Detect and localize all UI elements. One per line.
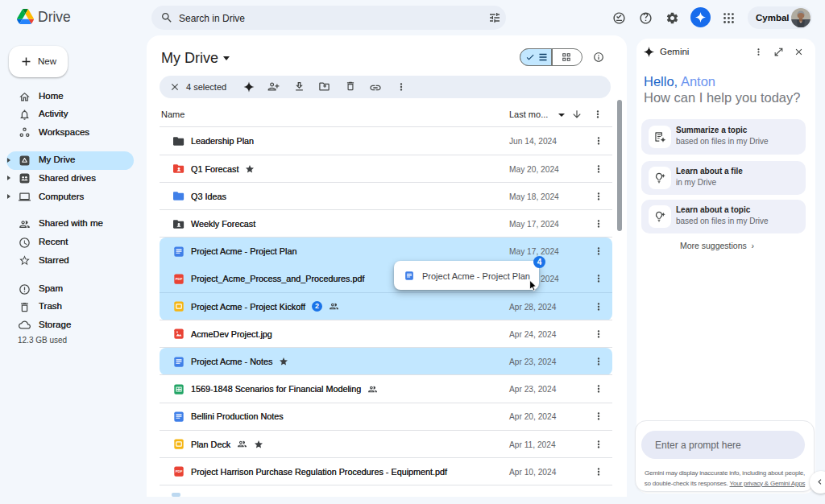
- svg-text:PDF: PDF: [176, 470, 183, 474]
- svg-text:PDF: PDF: [176, 277, 183, 281]
